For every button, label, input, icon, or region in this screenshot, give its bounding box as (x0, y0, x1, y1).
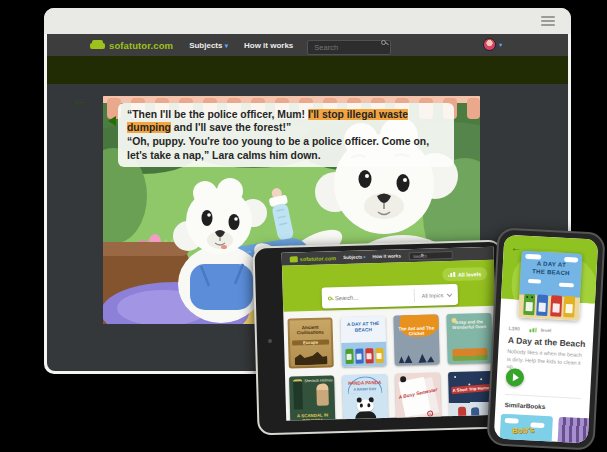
chevron-down-icon: ▾ (499, 41, 502, 49)
site-navbar: sofatutor.com Subjects ▾ How it works ▾ (47, 34, 568, 56)
similar-book-cover-2[interactable] (557, 417, 598, 444)
book-cover-scandal-in-bohemia[interactable]: Sherlock Holmes A SCANDAL IN BOHEMIA (289, 375, 335, 420)
nav-how-it-works[interactable]: How it works (244, 41, 293, 50)
audio-play-marker-icon[interactable] (108, 116, 116, 126)
panda-art (355, 399, 377, 421)
book-cover-a-busy-semester[interactable]: A Busy Semester A (395, 372, 441, 420)
similar-book-cover-bobs[interactable]: Bob's (499, 414, 553, 444)
book-cover-detail[interactable]: A DAY AT THE BEACH (518, 251, 582, 321)
play-button[interactable] (505, 368, 524, 387)
topics-dropdown[interactable]: All topics (414, 288, 458, 302)
logo-text[interactable]: sofatutor.com (300, 255, 337, 262)
chevron-down-icon (447, 291, 452, 296)
phone-screen: ← A DAY AT THE BEACH L390 (494, 235, 599, 444)
site-header-strip (47, 56, 568, 84)
similar-books-heading: SimilarBooks (504, 401, 545, 410)
nav-subjects[interactable]: Subjects ▾ (189, 41, 228, 50)
book-cover-ant-and-cricket[interactable]: The Ant and The Cricket (393, 314, 439, 365)
search-icon (381, 40, 386, 45)
nav-how-it-works[interactable]: How it works (372, 253, 400, 259)
sofatutor-logo[interactable]: sofatutor.com (90, 40, 173, 51)
marketing-composition: sofatutor.com Subjects ▾ How it works ▾ (0, 0, 607, 452)
tablet-screen: sofatutor.com Subjects ▾ How it works Se… (282, 247, 499, 421)
book-grid: Ancient Civilisations Europe A DAY AT TH… (287, 313, 494, 421)
hamburger-menu-icon[interactable] (541, 16, 555, 26)
search-icon (328, 296, 332, 300)
book-cover-ancient-civilisations[interactable]: Ancient Civilisations Europe (287, 317, 333, 368)
couch-icon (290, 256, 298, 262)
all-levels-button[interactable]: All levels (442, 267, 488, 281)
browser-chrome-bar (44, 8, 571, 34)
tablet-mockup: sofatutor.com Subjects ▾ How it works Se… (252, 240, 507, 436)
nav-search[interactable]: Search (409, 250, 453, 259)
avatar (483, 38, 496, 51)
back-arrow[interactable]: ← (72, 91, 88, 109)
logo-text: sofatutor.com (109, 40, 173, 51)
level-bars-icon (448, 272, 455, 277)
book-cover-a-day-at-the-beach[interactable]: A DAY AT THE BEACH (340, 316, 386, 367)
search-input[interactable] (307, 40, 391, 55)
back-arrow[interactable]: ← (510, 241, 522, 254)
tablet-camera (268, 339, 272, 343)
book-title: A Day at the Beach (508, 335, 586, 349)
level-code: L390 (508, 325, 520, 332)
search-icon (421, 254, 424, 257)
couch-icon (90, 40, 105, 51)
speech-line-1: “Then I'll be the police officer, Mum! I… (127, 108, 445, 134)
story-speech-box: “Then I'll be the police officer, Mum! I… (118, 103, 454, 167)
book-cover-anap-wonderful-oven[interactable]: Anap and the Wonderful Oven (446, 313, 492, 364)
speech-line-2: “Oh, puppy. You're too young to be a pol… (127, 135, 445, 161)
chevron-down-icon: ▾ (363, 254, 365, 259)
nav-subjects[interactable]: Subjects ▾ (343, 254, 366, 260)
book-search-input[interactable] (335, 293, 393, 301)
trash-bins-art (518, 294, 580, 318)
divider (505, 394, 581, 399)
level-label: level (541, 327, 552, 334)
phone-mockup: ← A DAY AT THE BEACH L390 (486, 227, 605, 450)
nav-search (307, 36, 391, 55)
book-search-bar: All topics (322, 284, 459, 309)
book-cover-panda-panda[interactable]: PANDA PANDA A RAINY DAY (342, 374, 388, 421)
level-row: L390 level (508, 325, 551, 333)
trash-bins-art (341, 348, 386, 364)
user-menu[interactable]: ▾ (483, 38, 502, 51)
ink-dot (400, 376, 406, 382)
similar-books-row: Bob's (499, 414, 598, 444)
level-bars-icon (530, 327, 537, 332)
chevron-down-icon: ▾ (225, 42, 228, 49)
